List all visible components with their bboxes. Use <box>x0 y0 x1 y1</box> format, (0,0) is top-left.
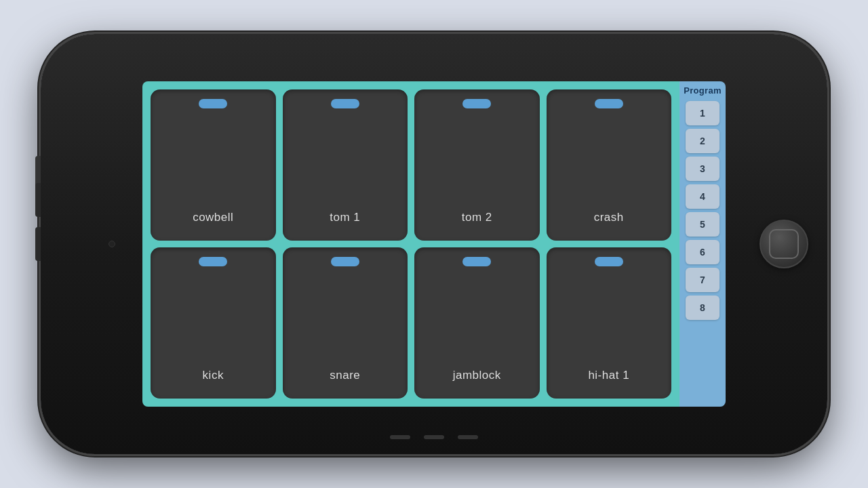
screen: cowbelltom 1tom 2crashkicksnarejamblockh… <box>142 81 726 407</box>
program-label: Program <box>684 85 722 96</box>
program-btn-1[interactable]: 1 <box>686 101 719 125</box>
pad-cowbell-label: cowbell <box>193 211 233 224</box>
pad-kick-indicator <box>199 257 227 266</box>
pad-cowbell-indicator <box>199 99 227 108</box>
program-btn-5[interactable]: 5 <box>686 212 719 237</box>
home-button-inner <box>769 229 799 259</box>
program-btn-3[interactable]: 3 <box>686 157 719 181</box>
pad-snare-label: snare <box>330 369 360 382</box>
pad-jamblock-indicator <box>462 257 491 266</box>
program-btn-8[interactable]: 8 <box>686 296 719 320</box>
connector-1 <box>390 435 410 439</box>
pad-tom2-label: tom 2 <box>462 211 492 224</box>
program-btn-4[interactable]: 4 <box>686 184 719 209</box>
pad-hihat1-label: hi-hat 1 <box>588 369 629 382</box>
pad-snare-indicator <box>331 257 359 266</box>
pad-kick[interactable]: kick <box>151 247 276 399</box>
pad-cowbell[interactable]: cowbell <box>151 89 276 241</box>
home-button[interactable] <box>760 220 808 268</box>
pad-kick-label: kick <box>203 369 224 382</box>
pad-tom1-label: tom 1 <box>330 211 360 224</box>
program-btn-6[interactable]: 6 <box>686 240 719 264</box>
pad-crash-indicator <box>595 99 623 108</box>
bottom-connectors <box>390 435 478 439</box>
pad-tom2-indicator <box>462 99 491 108</box>
pad-jamblock[interactable]: jamblock <box>414 247 540 399</box>
program-btn-7[interactable]: 7 <box>686 268 719 292</box>
program-sidebar: Program 12345678 <box>679 81 726 407</box>
pad-jamblock-label: jamblock <box>453 369 501 382</box>
program-btn-2[interactable]: 2 <box>686 129 719 153</box>
connector-2 <box>424 435 444 439</box>
pad-crash[interactable]: crash <box>547 89 672 241</box>
volume-up-button[interactable] <box>35 183 41 217</box>
volume-down-button[interactable] <box>35 227 41 261</box>
pad-area: cowbelltom 1tom 2crashkicksnarejamblockh… <box>142 81 679 407</box>
pad-hihat1[interactable]: hi-hat 1 <box>547 247 672 399</box>
pad-crash-label: crash <box>594 211 624 224</box>
connector-3 <box>458 435 478 439</box>
pad-snare[interactable]: snare <box>283 247 408 399</box>
phone-shell: cowbelltom 1tom 2crashkicksnarejamblockh… <box>41 34 827 454</box>
camera-dot <box>108 241 115 247</box>
pad-tom2[interactable]: tom 2 <box>414 89 540 241</box>
pad-hihat1-indicator <box>595 257 623 266</box>
pad-tom1-indicator <box>331 99 359 108</box>
pad-tom1[interactable]: tom 1 <box>283 89 408 241</box>
